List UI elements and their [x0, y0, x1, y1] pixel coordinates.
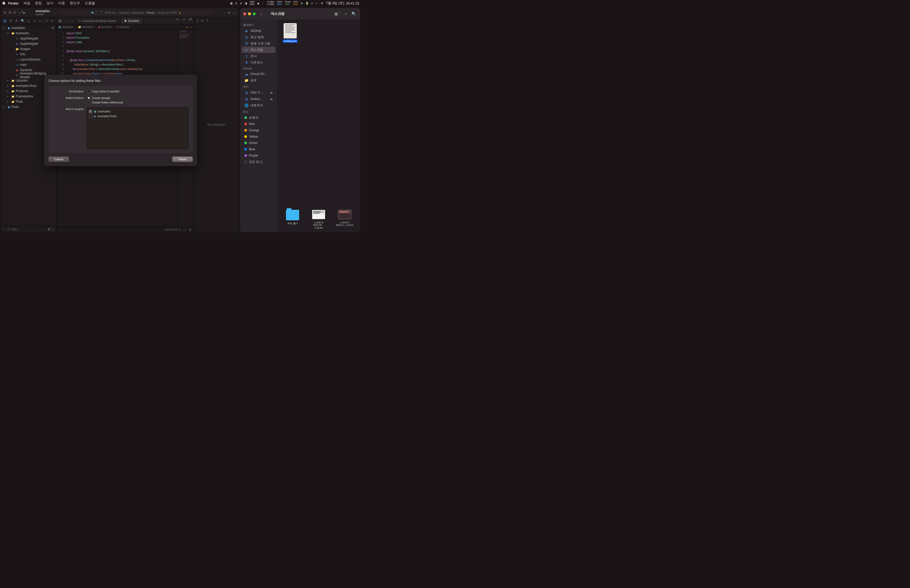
sidebar-item[interactable]: ⊟VNC-V…⏏ — [242, 89, 275, 96]
copy-items-checkbox[interactable]: Copy items if needed — [87, 89, 189, 93]
sidebar-item[interactable]: 🌐네트워크 — [242, 102, 275, 108]
library-icon[interactable]: ⊞ — [228, 11, 230, 15]
cancel-button[interactable]: Cancel — [48, 157, 69, 162]
build-status-bar[interactable]: ▣ 〉 📱 iPod tou…neration) examples: Ready… — [60, 10, 212, 15]
jump-bar[interactable]: ▣ examples〉 📁 examples〉 ◆ Dynamic〉 C Dyn… — [57, 24, 194, 30]
sidebar-item[interactable]: 모든 태그… — [242, 159, 275, 165]
create-folder-refs-radio[interactable]: Create folder references — [87, 100, 189, 104]
history-inspector-icon[interactable]: ◷ — [201, 19, 204, 23]
menu-file[interactable]: 파일 — [21, 1, 33, 5]
breakpoint-nav-icon[interactable]: ⬠ — [45, 19, 48, 23]
folder-nav-icon[interactable]: ▤ — [3, 19, 6, 23]
finish-button[interactable]: Finish — [172, 157, 193, 162]
file-item[interactable]: 무제 폴더 — [283, 210, 302, 229]
tree-item[interactable]: hAppDelegate — [1, 36, 56, 41]
sidebar-item[interactable]: Orange — [242, 127, 275, 133]
menubar-date[interactable]: 7월 9일 (토) — [324, 1, 344, 5]
more-icon[interactable]: » — [344, 11, 348, 16]
battery-icon[interactable]: 🔋 — [304, 2, 310, 5]
menu-help[interactable]: 도움말 — [82, 1, 97, 5]
control-center-icon[interactable]: ⚙ — [319, 2, 324, 5]
wifi-icon[interactable]: ᯤ — [314, 2, 319, 5]
adjust-editor-icon[interactable]: ⇄ — [174, 17, 181, 24]
igpu-status[interactable]: iGPU16% — [276, 1, 284, 5]
scm-filter-icon[interactable]: ▢ — [52, 228, 55, 231]
tree-item[interactable]: mAppDelegate — [1, 41, 56, 46]
minimap-toggle-icon[interactable]: ▭ — [189, 26, 192, 28]
help-inspector-icon[interactable]: ? — [206, 19, 208, 23]
recent-filter-icon[interactable]: ▦ — [48, 228, 50, 231]
sidebar-item[interactable]: ☁iCloud Dri… — [242, 71, 275, 77]
app-menu[interactable]: Finder — [6, 1, 21, 5]
target-checkbox[interactable] — [89, 115, 92, 118]
status-icon[interactable]: ◆ — [256, 2, 261, 5]
report-nav-icon[interactable]: ≡ — [50, 19, 54, 23]
sidebar-item[interactable]: 📁공유 — [242, 77, 275, 84]
target-row[interactable]: ◈examplesTests — [89, 114, 187, 118]
scheme-selector[interactable]: ⎇ examples master — [36, 9, 50, 16]
add-editor-icon[interactable]: ⊞ — [187, 17, 194, 24]
tree-item[interactable]: ▭LaunchScreen — [1, 57, 56, 62]
related-items-icon[interactable]: ▦ — [57, 17, 64, 24]
tree-item[interactable]: 📁Images — [1, 46, 56, 52]
status-icon[interactable]: ➤ — [239, 2, 243, 5]
status-icon[interactable]: ⋮ — [261, 2, 266, 5]
back-icon[interactable]: ‹ — [260, 11, 262, 16]
sidebar-item[interactable]: ◈AirDrop — [242, 27, 275, 34]
target-checkbox[interactable]: ✓ — [89, 110, 92, 113]
search-icon[interactable]: 🔍 — [351, 11, 357, 16]
sidebar-item[interactable]: ⬇다운로드 — [242, 59, 275, 66]
sidebar-item[interactable]: Purple — [242, 152, 275, 159]
file-inspector-icon[interactable]: ▯ — [196, 19, 198, 23]
statusbar-icon[interactable]: ▭ — [184, 228, 186, 231]
tree-item[interactable]: ≡Info — [1, 52, 56, 57]
cpu-status[interactable]: CPU31% — [292, 1, 299, 5]
find-nav-icon[interactable]: 🔍 — [21, 19, 24, 23]
test-nav-icon[interactable]: ◇ — [33, 19, 36, 23]
file-item[interactable]: loading.json — [281, 23, 300, 43]
menubar-time[interactable]: 16:41:15 — [344, 1, 359, 5]
target-row[interactable]: ✓▣examples — [89, 109, 187, 114]
statusbar-icon[interactable]: ⊞ — [189, 228, 191, 231]
sidebar-item[interactable]: Red — [242, 121, 275, 127]
back-icon[interactable]: ‹ — [64, 17, 70, 24]
forward-icon[interactable]: › — [70, 17, 75, 24]
sidebar-item[interactable]: ▯문서 — [242, 53, 275, 59]
sidebar-item[interactable]: Ⓐ응용 프로그램 — [242, 40, 275, 47]
ram-status[interactable]: RAM55% — [284, 1, 292, 5]
menu-go[interactable]: 이동 — [56, 1, 68, 5]
filter-input[interactable]: Filter — [11, 228, 46, 231]
status-icon[interactable]: ⊕ — [299, 2, 304, 5]
sidebar-item[interactable]: Blue — [242, 146, 275, 152]
file-item[interactable]: 스크린샷2022-0…4.19.41 — [335, 210, 354, 229]
screen-mirror-icon[interactable]: ⎚ — [310, 2, 314, 5]
window-traffic-lights[interactable] — [243, 12, 256, 15]
menu-view[interactable]: 보기 — [44, 1, 56, 5]
sidebar-item[interactable]: Green — [242, 140, 275, 146]
ssd-status[interactable]: SSD23% — [248, 1, 256, 5]
file-item[interactable]: 스크린샷2022-05…3.49.53 — [309, 210, 328, 229]
tree-item[interactable]: ▭main — [1, 62, 56, 67]
source-control-nav-icon[interactable]: ⚲ — [9, 19, 12, 23]
menu-window[interactable]: 윈도우 — [68, 1, 82, 5]
status-icon[interactable]: ◨ — [243, 2, 248, 5]
finder-content[interactable]: loading.json 무제 폴더스크린샷2022-05…3.49.53스크린… — [277, 19, 360, 232]
create-groups-radio[interactable]: Create groups — [87, 96, 189, 100]
add-tab-icon[interactable]: ＋ — [223, 10, 226, 15]
issue-nav-icon[interactable]: △ — [27, 19, 30, 23]
tree-item[interactable]: ▾📁examples — [1, 31, 56, 36]
view-mode-icon[interactable]: ▦ ˇ — [333, 11, 341, 16]
forward-icon[interactable]: › — [265, 11, 267, 16]
sidebar-item[interactable]: ◷최근 항목 — [242, 34, 275, 40]
symbol-nav-icon[interactable]: ✕ — [15, 19, 18, 23]
debug-nav-icon[interactable]: ▭ — [39, 19, 42, 23]
sidebar-item[interactable]: Yellow — [242, 133, 275, 140]
add-icon[interactable]: ＋ — [3, 227, 5, 231]
apple-logo-icon[interactable] — [2, 1, 6, 5]
issues-icon[interactable]: ▲ — [186, 26, 188, 28]
editor-options-icon[interactable]: ≡ — [181, 17, 187, 24]
sidebar-item[interactable]: 초록색 — [242, 115, 275, 121]
menu-edit[interactable]: 편집 — [33, 1, 44, 5]
tree-item[interactable]: ▾▣examplesM — [1, 25, 56, 31]
editor-tab[interactable]: ◆Dynamic — [121, 17, 143, 24]
